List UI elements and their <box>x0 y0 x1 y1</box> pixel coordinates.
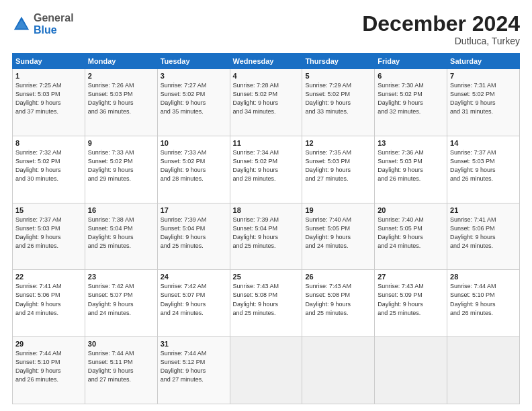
day-number: 9 <box>88 139 154 147</box>
day-number: 13 <box>378 139 444 147</box>
day-info: Sunrise: 7:43 AM Sunset: 5:09 PM Dayligh… <box>378 282 444 317</box>
day-info: Sunrise: 7:41 AM Sunset: 5:06 PM Dayligh… <box>15 282 82 317</box>
day-info: Sunrise: 7:36 AM Sunset: 5:03 PM Dayligh… <box>378 148 444 183</box>
table-row: 6Sunrise: 7:30 AM Sunset: 5:02 PM Daylig… <box>375 69 447 136</box>
day-number: 6 <box>378 72 444 80</box>
day-number: 31 <box>161 340 227 348</box>
day-number: 11 <box>233 139 300 147</box>
table-row: 18Sunrise: 7:39 AM Sunset: 5:04 PM Dayli… <box>230 203 302 270</box>
table-row: 12Sunrise: 7:35 AM Sunset: 5:03 PM Dayli… <box>302 136 375 203</box>
day-info: Sunrise: 7:44 AM Sunset: 5:12 PM Dayligh… <box>161 349 227 384</box>
day-number: 16 <box>88 206 154 214</box>
table-row <box>447 337 520 404</box>
table-row: 21Sunrise: 7:41 AM Sunset: 5:06 PM Dayli… <box>447 203 520 270</box>
month-title: December 2024 <box>362 12 520 36</box>
table-row: 20Sunrise: 7:40 AM Sunset: 5:05 PM Dayli… <box>375 203 447 270</box>
day-number: 30 <box>88 340 154 348</box>
header-sunday: Sunday <box>13 54 85 69</box>
day-number: 23 <box>88 273 154 281</box>
day-info: Sunrise: 7:43 AM Sunset: 5:08 PM Dayligh… <box>233 282 300 317</box>
day-info: Sunrise: 7:28 AM Sunset: 5:02 PM Dayligh… <box>233 81 300 116</box>
table-row: 16Sunrise: 7:38 AM Sunset: 5:04 PM Dayli… <box>85 203 157 270</box>
day-number: 1 <box>15 72 82 80</box>
day-info: Sunrise: 7:26 AM Sunset: 5:03 PM Dayligh… <box>88 81 154 116</box>
day-info: Sunrise: 7:42 AM Sunset: 5:07 PM Dayligh… <box>88 282 154 317</box>
day-info: Sunrise: 7:33 AM Sunset: 5:02 PM Dayligh… <box>161 148 227 183</box>
table-row: 25Sunrise: 7:43 AM Sunset: 5:08 PM Dayli… <box>230 270 302 337</box>
table-row: 24Sunrise: 7:42 AM Sunset: 5:07 PM Dayli… <box>157 270 230 337</box>
calendar-week-row: 29Sunrise: 7:44 AM Sunset: 5:10 PM Dayli… <box>13 337 520 404</box>
table-row: 27Sunrise: 7:43 AM Sunset: 5:09 PM Dayli… <box>375 270 447 337</box>
table-row: 19Sunrise: 7:40 AM Sunset: 5:05 PM Dayli… <box>302 203 375 270</box>
day-number: 21 <box>450 206 517 214</box>
header-wednesday: Wednesday <box>230 54 302 69</box>
day-info: Sunrise: 7:44 AM Sunset: 5:10 PM Dayligh… <box>15 349 82 384</box>
day-info: Sunrise: 7:30 AM Sunset: 5:02 PM Dayligh… <box>378 81 444 116</box>
table-row: 4Sunrise: 7:28 AM Sunset: 5:02 PM Daylig… <box>230 69 302 136</box>
table-row: 7Sunrise: 7:31 AM Sunset: 5:02 PM Daylig… <box>447 69 520 136</box>
day-info: Sunrise: 7:40 AM Sunset: 5:05 PM Dayligh… <box>305 216 371 250</box>
calendar-week-row: 22Sunrise: 7:41 AM Sunset: 5:06 PM Dayli… <box>13 270 520 337</box>
logo: General Blue <box>12 12 74 36</box>
logo-text: General Blue <box>34 12 74 36</box>
header-saturday: Saturday <box>447 54 520 69</box>
day-number: 24 <box>161 273 227 281</box>
day-info: Sunrise: 7:33 AM Sunset: 5:02 PM Dayligh… <box>88 148 154 183</box>
day-number: 25 <box>233 273 300 281</box>
day-number: 5 <box>305 72 371 80</box>
day-number: 12 <box>305 139 371 147</box>
day-number: 17 <box>161 206 227 214</box>
logo-blue: Blue <box>34 24 57 36</box>
table-row: 30Sunrise: 7:44 AM Sunset: 5:11 PM Dayli… <box>85 337 157 404</box>
day-info: Sunrise: 7:32 AM Sunset: 5:02 PM Dayligh… <box>15 148 82 183</box>
day-number: 27 <box>378 273 444 281</box>
day-number: 2 <box>88 72 154 80</box>
table-row: 2Sunrise: 7:26 AM Sunset: 5:03 PM Daylig… <box>85 69 157 136</box>
table-row <box>375 337 447 404</box>
day-number: 8 <box>15 139 82 147</box>
day-number: 29 <box>15 340 82 348</box>
calendar-week-row: 15Sunrise: 7:37 AM Sunset: 5:03 PM Dayli… <box>13 203 520 270</box>
table-row <box>302 337 375 404</box>
day-info: Sunrise: 7:44 AM Sunset: 5:11 PM Dayligh… <box>88 349 154 384</box>
table-row: 17Sunrise: 7:39 AM Sunset: 5:04 PM Dayli… <box>157 203 230 270</box>
logo-general: General <box>34 12 74 24</box>
weekday-header-row: Sunday Monday Tuesday Wednesday Thursday… <box>13 54 520 69</box>
table-row: 8Sunrise: 7:32 AM Sunset: 5:02 PM Daylig… <box>13 136 85 203</box>
day-info: Sunrise: 7:39 AM Sunset: 5:04 PM Dayligh… <box>161 216 227 250</box>
header-friday: Friday <box>375 54 447 69</box>
day-number: 3 <box>161 72 227 80</box>
table-row: 5Sunrise: 7:29 AM Sunset: 5:02 PM Daylig… <box>302 69 375 136</box>
table-row: 29Sunrise: 7:44 AM Sunset: 5:10 PM Dayli… <box>13 337 85 404</box>
day-number: 4 <box>233 72 300 80</box>
day-number: 20 <box>378 206 444 214</box>
table-row: 15Sunrise: 7:37 AM Sunset: 5:03 PM Dayli… <box>13 203 85 270</box>
day-info: Sunrise: 7:43 AM Sunset: 5:08 PM Dayligh… <box>305 282 371 317</box>
day-info: Sunrise: 7:39 AM Sunset: 5:04 PM Dayligh… <box>233 216 300 250</box>
location-subtitle: Dutluca, Turkey <box>362 36 520 46</box>
day-info: Sunrise: 7:31 AM Sunset: 5:02 PM Dayligh… <box>450 81 517 116</box>
calendar-page: General Blue December 2024 Dutluca, Turk… <box>0 0 532 411</box>
day-info: Sunrise: 7:37 AM Sunset: 5:03 PM Dayligh… <box>450 148 517 183</box>
table-row: 11Sunrise: 7:34 AM Sunset: 5:02 PM Dayli… <box>230 136 302 203</box>
day-info: Sunrise: 7:35 AM Sunset: 5:03 PM Dayligh… <box>305 148 371 183</box>
calendar-week-row: 1Sunrise: 7:25 AM Sunset: 5:03 PM Daylig… <box>13 69 520 136</box>
day-number: 19 <box>305 206 371 214</box>
table-row: 28Sunrise: 7:44 AM Sunset: 5:10 PM Dayli… <box>447 270 520 337</box>
table-row: 3Sunrise: 7:27 AM Sunset: 5:02 PM Daylig… <box>157 69 230 136</box>
day-info: Sunrise: 7:42 AM Sunset: 5:07 PM Dayligh… <box>161 282 227 317</box>
day-info: Sunrise: 7:29 AM Sunset: 5:02 PM Dayligh… <box>305 81 371 116</box>
day-number: 14 <box>450 139 517 147</box>
day-info: Sunrise: 7:25 AM Sunset: 5:03 PM Dayligh… <box>15 81 82 116</box>
day-info: Sunrise: 7:40 AM Sunset: 5:05 PM Dayligh… <box>378 216 444 250</box>
day-info: Sunrise: 7:38 AM Sunset: 5:04 PM Dayligh… <box>88 216 154 250</box>
day-number: 22 <box>15 273 82 281</box>
table-row <box>230 337 302 404</box>
day-number: 26 <box>305 273 371 281</box>
table-row: 13Sunrise: 7:36 AM Sunset: 5:03 PM Dayli… <box>375 136 447 203</box>
header-monday: Monday <box>85 54 157 69</box>
calendar-table: Sunday Monday Tuesday Wednesday Thursday… <box>12 53 520 404</box>
day-number: 28 <box>450 273 517 281</box>
logo-icon <box>12 15 31 34</box>
day-number: 10 <box>161 139 227 147</box>
